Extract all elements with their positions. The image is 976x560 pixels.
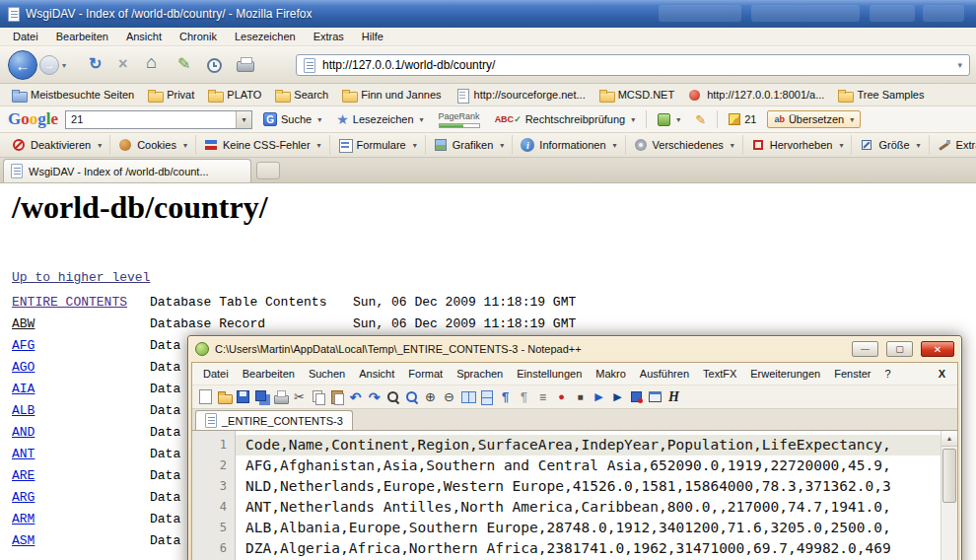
bookmark-item[interactable]: PLATO (202, 87, 267, 104)
document-tab[interactable]: _ENTIRE_CONTENTS-3 (195, 410, 353, 430)
firefox-menu-item[interactable]: Ansicht (117, 29, 171, 44)
search-history-dropdown-icon[interactable]: ▾ (236, 111, 251, 128)
replace-icon[interactable] (403, 388, 420, 405)
entry-link[interactable]: AFG (12, 335, 150, 357)
bookmark-item[interactable]: Privat (142, 87, 200, 104)
entry-link[interactable]: ALB (12, 400, 150, 422)
edit-pencil-icon[interactable]: ✎ (177, 55, 190, 73)
notepadpp-menu-item[interactable]: Ausführen (633, 365, 696, 383)
history-dropdown-icon[interactable]: ▾ (62, 61, 66, 70)
webdev-item[interactable]: Cookies (110, 135, 196, 155)
close-button[interactable]: ✕ (921, 341, 954, 357)
notepadpp-menu-item[interactable]: Suchen (302, 365, 352, 383)
entry-link[interactable]: AIA (12, 379, 150, 400)
print-icon[interactable] (237, 61, 254, 72)
autofill-button[interactable]: ✎ (691, 111, 710, 128)
notepadpp-menu-item[interactable]: Ansicht (352, 365, 401, 383)
notepadpp-menu-item[interactable]: Fenster (827, 365, 877, 383)
bookmark-item[interactable]: http://127.0.0.1:8001/a... (682, 87, 830, 104)
notepadpp-menu-item[interactable]: TextFX (696, 365, 743, 383)
run-macro-icon[interactable]: ▶ (609, 388, 626, 405)
webdev-item[interactable]: Keine CSS-Fehler (196, 135, 330, 155)
entry-link[interactable]: ARG (12, 487, 150, 509)
entry-link[interactable]: ABW (12, 314, 150, 335)
function-h-icon[interactable]: H (665, 388, 682, 405)
firefox-menu-item[interactable]: Hilfe (353, 29, 392, 44)
firefox-menu-item[interactable]: Extras (305, 29, 353, 44)
maximize-button[interactable]: ▢ (886, 341, 913, 357)
undo-icon[interactable]: ↶ (347, 388, 364, 405)
webdev-item[interactable]: Größe (852, 135, 929, 155)
bookmark-item[interactable]: MCSD.NET (593, 87, 680, 104)
notepadpp-menu-item[interactable]: Format (401, 365, 450, 383)
editor-scrollbar[interactable]: ▲ (941, 431, 957, 560)
firefox-titlebar[interactable]: WsgiDAV - Index of /world-db/country/ - … (0, 0, 976, 28)
print-icon[interactable] (272, 388, 289, 405)
word-wrap-icon[interactable]: ¶ (497, 388, 514, 405)
home-button[interactable]: ⌂ (146, 53, 157, 71)
entry-link[interactable]: AND (12, 422, 150, 444)
notepadpp-menu-item[interactable]: Erweiterungen (743, 365, 827, 383)
webdev-item[interactable]: Grafiken (426, 135, 514, 155)
firefox-menu-item[interactable]: Chronik (171, 29, 226, 44)
url-dropdown-icon[interactable]: ▾ (957, 60, 962, 70)
up-to-higher-level-link[interactable]: Up to higher level (12, 270, 150, 285)
new-tab-button[interactable] (256, 162, 280, 179)
webdev-item[interactable]: Informationen (513, 135, 625, 155)
scroll-up-icon[interactable]: ▲ (941, 431, 957, 447)
translate-button[interactable]: ab Übersetzen (767, 110, 861, 128)
stop-record-icon[interactable]: ■ (572, 388, 589, 405)
notepadpp-menu-item[interactable]: Datei (196, 365, 236, 383)
sync-horizontal-icon[interactable] (478, 388, 495, 405)
save-icon[interactable] (235, 388, 251, 405)
notepadpp-titlebar[interactable]: C:\Users\Martin\AppData\Local\Temp\_ENTI… (188, 336, 961, 362)
entry-link[interactable]: ARM (12, 509, 150, 530)
bookmark-item[interactable]: http://sourceforge.net... (450, 87, 592, 104)
redo-icon[interactable]: ↷ (366, 388, 383, 405)
bookmark-item[interactable]: Tree Samples (832, 87, 930, 104)
firefox-menu-item[interactable]: Bearbeiten (47, 29, 117, 44)
firefox-menu-item[interactable]: Datei (4, 29, 47, 44)
webdev-item[interactable]: Verschiedenes (626, 135, 743, 155)
history-clock-icon[interactable] (207, 58, 222, 73)
google-search-button[interactable]: G Suche (259, 110, 325, 128)
scrollbar-thumb[interactable] (942, 449, 956, 503)
find-icon[interactable] (384, 388, 401, 405)
stop-button[interactable]: × (118, 55, 127, 73)
bookmark-item[interactable]: Search (269, 87, 334, 104)
notepadpp-menu-item[interactable]: ? (877, 365, 897, 383)
copy-icon[interactable] (310, 388, 326, 405)
indent-guide-icon[interactable]: ≡ (534, 388, 551, 405)
spellcheck-button[interactable]: ABC✓ Rechtschreibprüfung (491, 111, 640, 127)
google-bookmarks-button[interactable]: ★ Lesezeichen (332, 110, 427, 128)
forward-button[interactable]: → (39, 55, 59, 75)
record-macro-icon[interactable]: ● (553, 388, 570, 405)
bookmark-item[interactable]: Meistbesuchte Seiten (6, 87, 140, 104)
firefox-menu-item[interactable]: Lesezeichen (226, 29, 305, 44)
fullscreen-icon[interactable] (647, 388, 663, 405)
bookmark-item[interactable]: Finn und Jannes (336, 87, 447, 104)
paste-icon[interactable] (328, 388, 345, 405)
webdev-item[interactable]: Extras (930, 135, 976, 155)
zoom-out-icon[interactable]: ⊖ (441, 388, 457, 405)
reload-button[interactable]: ↻ (89, 55, 102, 73)
cut-icon[interactable]: ✂ (291, 388, 308, 405)
notepadpp-menu-item[interactable]: Makro (589, 365, 633, 383)
google-search-box[interactable]: 21 ▾ (65, 110, 252, 129)
pagerank-widget[interactable]: PageRank (435, 111, 484, 128)
notepadpp-menu-item[interactable]: Sprachen (450, 365, 510, 383)
minimize-button[interactable]: — (852, 341, 878, 357)
show-symbols-icon[interactable]: ¶ (516, 388, 532, 405)
url-bar[interactable]: http://127.0.0.1/world-db/country/ ▾ (296, 54, 970, 76)
save-macro-icon[interactable] (628, 388, 645, 405)
custom-button[interactable] (654, 111, 684, 128)
entry-link[interactable]: AGO (12, 357, 150, 379)
editor-area[interactable]: 1 Code,Name,Continent,Region,SurfaceArea… (192, 430, 957, 560)
entry-link[interactable]: ANT (12, 444, 150, 465)
entry-link[interactable]: ENTIRE CONTENTS (12, 292, 150, 314)
new-file-icon[interactable] (197, 388, 214, 405)
webdev-item[interactable]: Deaktivieren (4, 135, 110, 155)
open-file-icon[interactable] (216, 388, 233, 405)
zoom-in-icon[interactable]: ⊕ (422, 388, 439, 405)
sync-vertical-icon[interactable] (459, 388, 476, 405)
